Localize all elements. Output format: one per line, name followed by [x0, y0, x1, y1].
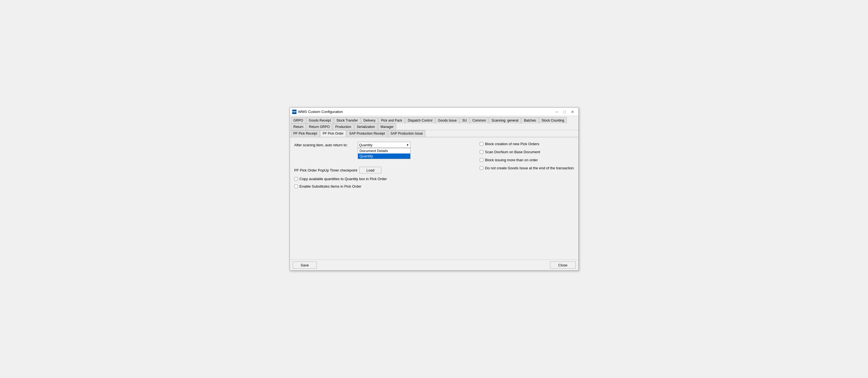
dropdown-current-value: Quantity [359, 143, 372, 147]
main-window: WMS WMS Custom Configuration ─ □ ✕ GRPOG… [289, 107, 579, 271]
block-pick-orders-row: Block creation of new Pick Orders [480, 142, 574, 146]
window-title: WMS Custom Configuration [298, 110, 343, 114]
block-issuing-checkbox[interactable] [480, 158, 483, 162]
tab-pick-and-pack[interactable]: Pick and Pack [378, 117, 405, 124]
tab-serialization[interactable]: Serialization [354, 124, 377, 130]
tabs-row-1: GRPOGoods ReceiptStock TransferDeliveryP… [290, 116, 579, 130]
no-goods-issue-label: Do not create Goods Issue at the end of … [485, 166, 574, 170]
dropdown-item-document-details[interactable]: Document Details [358, 148, 410, 153]
scan-docnum-label: Scan DocNum on Base Document [485, 150, 540, 154]
maximize-button[interactable]: □ [561, 109, 568, 115]
enable-subs-label: Enable Substitutes Items in Pick Order [300, 184, 362, 188]
tab-pf-pick-order[interactable]: PF Pick Order [320, 130, 346, 137]
title-bar: WMS WMS Custom Configuration ─ □ ✕ [290, 108, 579, 116]
tab-production[interactable]: Production [333, 124, 353, 130]
no-goods-issue-row: Do not create Goods Issue at the end of … [480, 166, 574, 170]
tabs-row-2: PF Pick ReceiptPF Pick OrderSAP Producti… [290, 130, 579, 137]
tab-return-grpo[interactable]: Return GRPO [307, 124, 333, 130]
dropdown-item-quantity[interactable]: Quantity [358, 153, 410, 159]
tab-dispatch-control[interactable]: Dispatch Control [405, 117, 435, 124]
enable-subs-checkbox[interactable] [294, 184, 298, 188]
dropdown-arrow-icon: ▼ [406, 143, 409, 146]
window-close-button[interactable]: ✕ [569, 109, 576, 115]
title-bar-left: WMS WMS Custom Configuration [292, 110, 343, 114]
block-issuing-row: Block issuing more than on order [480, 158, 574, 162]
tab-stock-counting[interactable]: Stock Counting [539, 117, 567, 124]
tab-manager[interactable]: Manager [378, 124, 396, 130]
after-scan-label: After scaning item, auto return to: [294, 143, 355, 147]
tab-goods-receipt[interactable]: Goods Receipt [306, 117, 333, 124]
enable-subs-row: Enable Substitutes Items in Pick Order [294, 184, 574, 188]
block-pick-orders-label: Block creation of new Pick Orders [485, 142, 539, 146]
tab-batches[interactable]: Batches [521, 117, 538, 124]
auto-return-dropdown[interactable]: Quantity ▼ Document Details Quantity [358, 142, 410, 148]
tab-content: After scaning item, auto return to: Quan… [290, 137, 579, 260]
copy-qty-checkbox[interactable] [294, 177, 298, 181]
tab-pf-pick-receipt[interactable]: PF Pick Receipt [291, 130, 320, 137]
dropdown-header[interactable]: Quantity ▼ [358, 142, 410, 148]
copy-qty-row: Copy available quantities to Quantity bo… [294, 177, 574, 181]
tab-goods-issue[interactable]: Goods Issue [436, 117, 459, 124]
right-section: Block creation of new Pick Orders Scan D… [480, 142, 574, 170]
no-goods-issue-checkbox[interactable] [480, 166, 483, 170]
save-button[interactable]: Save [293, 262, 317, 269]
title-controls: ─ □ ✕ [553, 109, 576, 115]
tab-sap-production-issue[interactable]: SAP Production Issue [388, 130, 426, 137]
tab-scanning-general[interactable]: Scanning: general [489, 117, 521, 124]
tab-common[interactable]: Common [470, 117, 489, 124]
load-button[interactable]: Load [360, 167, 381, 173]
close-button[interactable]: Close [550, 262, 575, 269]
pf-timer-label: PF Pick Order PopUp Timer checkpoint [294, 168, 358, 172]
dropdown-list: Document Details Quantity [358, 148, 410, 159]
tab-return[interactable]: Return [291, 124, 306, 130]
app-icon: WMS [292, 110, 297, 114]
copy-qty-label: Copy available quantities to Quantity bo… [300, 177, 387, 181]
block-issuing-label: Block issuing more than on order [485, 158, 538, 162]
bottom-bar: Save Close [290, 260, 579, 270]
tab-su[interactable]: SU [460, 117, 469, 124]
minimize-button[interactable]: ─ [553, 109, 561, 115]
tab-stock-transfer[interactable]: Stock Transfer [334, 117, 360, 124]
tab-delivery[interactable]: Delivery [361, 117, 378, 124]
scan-docnum-row: Scan DocNum on Base Document [480, 150, 574, 154]
tab-sap-production-receipt[interactable]: SAP Production Receipt [347, 130, 388, 137]
tab-grpo[interactable]: GRPO [291, 117, 306, 124]
block-pick-orders-checkbox[interactable] [480, 142, 483, 146]
scan-docnum-checkbox[interactable] [480, 150, 483, 154]
